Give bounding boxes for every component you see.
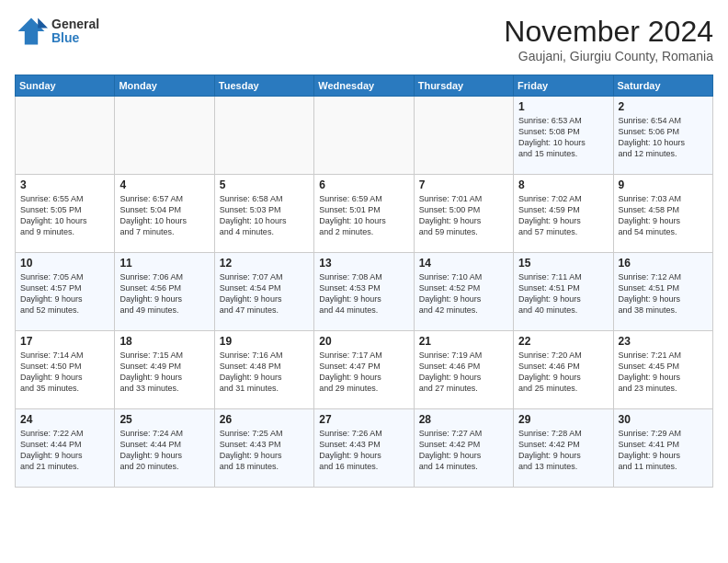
calendar-cell: 26Sunrise: 7:25 AM Sunset: 4:43 PM Dayli… (214, 409, 313, 488)
calendar-cell: 22Sunrise: 7:20 AM Sunset: 4:46 PM Dayli… (514, 331, 613, 409)
calendar-cell: 30Sunrise: 7:29 AM Sunset: 4:41 PM Dayli… (613, 409, 712, 488)
day-info: Sunrise: 7:07 AM Sunset: 4:54 PM Dayligh… (220, 271, 309, 316)
day-number: 12 (220, 257, 309, 270)
day-number: 4 (119, 178, 209, 191)
day-number: 13 (319, 257, 408, 270)
calendar-cell: 10Sunrise: 7:05 AM Sunset: 4:57 PM Dayli… (16, 253, 115, 331)
day-number: 14 (419, 257, 508, 270)
weekday-header-tuesday: Tuesday (214, 75, 313, 97)
calendar-cell: 27Sunrise: 7:26 AM Sunset: 4:43 PM Dayli… (314, 409, 414, 488)
day-number: 16 (619, 257, 708, 270)
day-info: Sunrise: 6:53 AM Sunset: 5:08 PM Dayligh… (518, 115, 608, 160)
calendar-cell: 18Sunrise: 7:15 AM Sunset: 4:49 PM Dayli… (115, 331, 214, 409)
logo: General Blue (15, 15, 99, 48)
day-number: 23 (619, 335, 708, 348)
day-number: 5 (220, 178, 309, 191)
day-info: Sunrise: 7:15 AM Sunset: 4:49 PM Dayligh… (119, 350, 209, 395)
day-number: 10 (20, 257, 109, 270)
day-info: Sunrise: 6:59 AM Sunset: 5:01 PM Dayligh… (319, 193, 408, 238)
day-info: Sunrise: 7:11 AM Sunset: 4:51 PM Dayligh… (518, 271, 608, 316)
svg-marker-1 (38, 18, 48, 29)
logo-icon (15, 15, 48, 48)
calendar-cell: 16Sunrise: 7:12 AM Sunset: 4:51 PM Dayli… (613, 253, 712, 331)
calendar-cell: 19Sunrise: 7:16 AM Sunset: 4:48 PM Dayli… (214, 331, 313, 409)
week-row-1: 1Sunrise: 6:53 AM Sunset: 5:08 PM Daylig… (16, 97, 713, 175)
calendar-cell: 15Sunrise: 7:11 AM Sunset: 4:51 PM Dayli… (514, 253, 613, 331)
day-info: Sunrise: 7:24 AM Sunset: 4:44 PM Dayligh… (119, 428, 209, 473)
day-info: Sunrise: 7:20 AM Sunset: 4:46 PM Dayligh… (518, 350, 608, 395)
day-number: 24 (20, 413, 109, 426)
week-row-4: 17Sunrise: 7:14 AM Sunset: 4:50 PM Dayli… (16, 331, 713, 409)
calendar-cell (414, 97, 513, 175)
day-number: 25 (119, 413, 209, 426)
day-info: Sunrise: 6:58 AM Sunset: 5:03 PM Dayligh… (220, 193, 309, 238)
day-info: Sunrise: 7:21 AM Sunset: 4:45 PM Dayligh… (619, 350, 708, 395)
calendar-cell: 11Sunrise: 7:06 AM Sunset: 4:56 PM Dayli… (115, 253, 214, 331)
day-number: 9 (619, 178, 708, 191)
calendar-cell: 23Sunrise: 7:21 AM Sunset: 4:45 PM Dayli… (613, 331, 712, 409)
logo-blue: Blue (51, 31, 99, 45)
calendar-cell: 9Sunrise: 7:03 AM Sunset: 4:58 PM Daylig… (613, 175, 712, 253)
calendar-cell: 20Sunrise: 7:17 AM Sunset: 4:47 PM Dayli… (314, 331, 414, 409)
day-number: 28 (419, 413, 508, 426)
day-number: 29 (518, 413, 608, 426)
day-number: 26 (220, 413, 309, 426)
day-info: Sunrise: 7:02 AM Sunset: 4:59 PM Dayligh… (518, 193, 608, 238)
day-info: Sunrise: 7:19 AM Sunset: 4:46 PM Dayligh… (419, 350, 508, 395)
day-number: 18 (119, 335, 209, 348)
weekday-header-thursday: Thursday (414, 75, 513, 97)
week-row-2: 3Sunrise: 6:55 AM Sunset: 5:05 PM Daylig… (16, 175, 713, 253)
calendar-cell: 28Sunrise: 7:27 AM Sunset: 4:42 PM Dayli… (414, 409, 513, 488)
calendar-cell: 5Sunrise: 6:58 AM Sunset: 5:03 PM Daylig… (214, 175, 313, 253)
day-number: 7 (419, 178, 508, 191)
day-number: 30 (619, 413, 708, 426)
calendar-cell: 3Sunrise: 6:55 AM Sunset: 5:05 PM Daylig… (16, 175, 115, 253)
day-info: Sunrise: 7:17 AM Sunset: 4:47 PM Dayligh… (319, 350, 408, 395)
calendar-cell: 7Sunrise: 7:01 AM Sunset: 5:00 PM Daylig… (414, 175, 513, 253)
weekday-header-row: SundayMondayTuesdayWednesdayThursdayFrid… (16, 75, 713, 97)
calendar-cell: 6Sunrise: 6:59 AM Sunset: 5:01 PM Daylig… (314, 175, 414, 253)
day-info: Sunrise: 7:14 AM Sunset: 4:50 PM Dayligh… (20, 350, 109, 395)
day-info: Sunrise: 7:25 AM Sunset: 4:43 PM Dayligh… (220, 428, 309, 473)
day-info: Sunrise: 7:28 AM Sunset: 4:42 PM Dayligh… (518, 428, 608, 473)
logo-general: General (51, 17, 99, 31)
day-info: Sunrise: 7:22 AM Sunset: 4:44 PM Dayligh… (20, 428, 109, 473)
calendar-cell: 14Sunrise: 7:10 AM Sunset: 4:52 PM Dayli… (414, 253, 513, 331)
location: Gaujani, Giurgiu County, Romania (504, 49, 713, 63)
day-number: 19 (220, 335, 309, 348)
page-header: General Blue November 2024 Gaujani, Giur… (15, 15, 713, 63)
day-info: Sunrise: 7:26 AM Sunset: 4:43 PM Dayligh… (319, 428, 408, 473)
logo-text: General Blue (51, 17, 99, 46)
calendar-cell: 25Sunrise: 7:24 AM Sunset: 4:44 PM Dayli… (115, 409, 214, 488)
day-info: Sunrise: 7:12 AM Sunset: 4:51 PM Dayligh… (619, 271, 708, 316)
week-row-5: 24Sunrise: 7:22 AM Sunset: 4:44 PM Dayli… (16, 409, 713, 488)
day-number: 3 (20, 178, 109, 191)
calendar-cell (314, 97, 414, 175)
calendar-cell: 29Sunrise: 7:28 AM Sunset: 4:42 PM Dayli… (514, 409, 613, 488)
calendar-cell: 21Sunrise: 7:19 AM Sunset: 4:46 PM Dayli… (414, 331, 513, 409)
day-number: 20 (319, 335, 408, 348)
week-row-3: 10Sunrise: 7:05 AM Sunset: 4:57 PM Dayli… (16, 253, 713, 331)
calendar-cell: 4Sunrise: 6:57 AM Sunset: 5:04 PM Daylig… (115, 175, 214, 253)
day-number: 2 (619, 100, 708, 113)
calendar-cell: 12Sunrise: 7:07 AM Sunset: 4:54 PM Dayli… (214, 253, 313, 331)
day-number: 27 (319, 413, 408, 426)
day-info: Sunrise: 7:03 AM Sunset: 4:58 PM Dayligh… (619, 193, 708, 238)
day-number: 22 (518, 335, 608, 348)
calendar-cell (115, 97, 214, 175)
day-info: Sunrise: 7:01 AM Sunset: 5:00 PM Dayligh… (419, 193, 508, 238)
calendar-cell: 1Sunrise: 6:53 AM Sunset: 5:08 PM Daylig… (514, 97, 613, 175)
calendar-cell: 2Sunrise: 6:54 AM Sunset: 5:06 PM Daylig… (613, 97, 712, 175)
title-block: November 2024 Gaujani, Giurgiu County, R… (504, 15, 713, 63)
day-info: Sunrise: 7:16 AM Sunset: 4:48 PM Dayligh… (220, 350, 309, 395)
calendar-cell: 17Sunrise: 7:14 AM Sunset: 4:50 PM Dayli… (16, 331, 115, 409)
day-info: Sunrise: 6:54 AM Sunset: 5:06 PM Dayligh… (619, 115, 708, 160)
day-number: 17 (20, 335, 109, 348)
weekday-header-friday: Friday (514, 75, 613, 97)
day-number: 8 (518, 178, 608, 191)
day-number: 21 (419, 335, 508, 348)
weekday-header-wednesday: Wednesday (314, 75, 414, 97)
month-title: November 2024 (504, 15, 713, 49)
day-info: Sunrise: 7:10 AM Sunset: 4:52 PM Dayligh… (419, 271, 508, 316)
day-number: 1 (518, 100, 608, 113)
